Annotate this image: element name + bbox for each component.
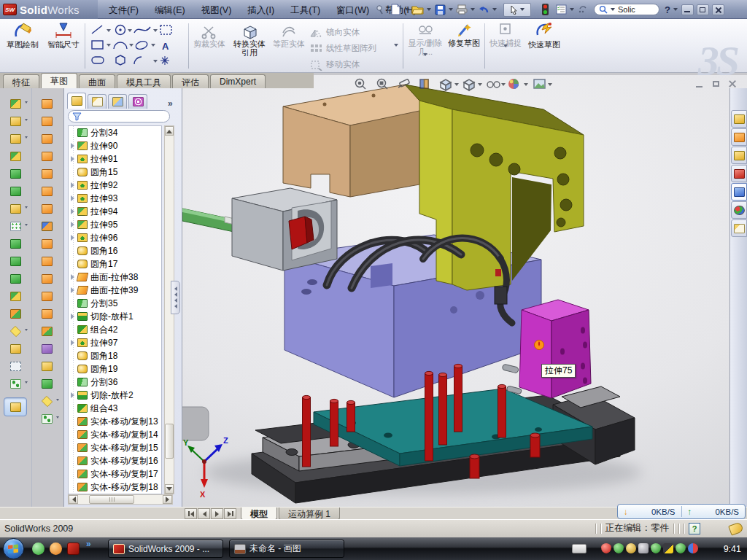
- zoom-area-icon[interactable]: [378, 79, 388, 90]
- menu-item-3[interactable]: 插入(I): [239, 3, 282, 16]
- messenger-quicklaunch-icon[interactable]: [32, 542, 44, 555]
- signal-tray-icon[interactable]: [651, 543, 661, 553]
- tree-item[interactable]: 分割35: [69, 297, 161, 310]
- boundary-surface-icon[interactable]: [37, 148, 56, 164]
- tree-item[interactable]: 切除-放样1: [69, 310, 161, 323]
- view-orientation-icon[interactable]: [441, 79, 451, 90]
- section-insert-block[interactable]: [232, 188, 337, 271]
- model-canvas[interactable]: Y Z X: [182, 75, 747, 507]
- sync-tray-icon[interactable]: [688, 543, 698, 553]
- tree-item[interactable]: 实体-移动/复制15: [69, 441, 161, 454]
- knit-surface-icon[interactable]: [37, 218, 56, 234]
- sketch-dropdown-icon[interactable]: [20, 46, 25, 61]
- extend-surface-icon[interactable]: [37, 288, 56, 304]
- dropdown-arrow-icon[interactable]: [25, 381, 28, 385]
- tree-item[interactable]: 拉伸96: [69, 231, 161, 244]
- combine-tool-icon[interactable]: [6, 288, 25, 304]
- dropdown-arrow-icon[interactable]: [56, 399, 59, 402]
- tree-item[interactable]: 拉伸93: [69, 192, 161, 205]
- quicklaunch-overflow-chevron[interactable]: »: [86, 539, 91, 549]
- expander-icon[interactable]: [69, 182, 77, 189]
- panel-overflow-chevron[interactable]: »: [168, 98, 173, 109]
- tree-item[interactable]: 分割34: [69, 126, 161, 139]
- help-dropdown-icon[interactable]: [673, 8, 678, 13]
- zoom-to-selection-icon[interactable]: [398, 79, 410, 88]
- fillet-tool-icon[interactable]: [6, 131, 25, 147]
- lofted-boss-icon[interactable]: [6, 166, 25, 182]
- custom-properties-tab[interactable]: [731, 219, 747, 237]
- planar-surface-icon[interactable]: [37, 201, 56, 217]
- network-warning-tray-icon[interactable]: [663, 543, 673, 553]
- tree-item[interactable]: 圆角17: [69, 257, 161, 271]
- solidworks-resources-tab[interactable]: [731, 110, 747, 128]
- tags-icon[interactable]: [728, 521, 744, 535]
- scroll-left-icon[interactable]: [69, 495, 78, 504]
- doc-tab-0[interactable]: 模型: [241, 508, 277, 520]
- tree-horizontal-scrollbar[interactable]: [68, 494, 173, 505]
- tree-item[interactable]: 圆角18: [69, 349, 161, 362]
- swept-surface-icon[interactable]: [37, 96, 56, 112]
- doc-minimize-icon[interactable]: [693, 79, 705, 89]
- expander-icon[interactable]: [69, 287, 77, 294]
- trim-surface-icon[interactable]: [37, 323, 56, 339]
- undo-icon[interactable]: [476, 3, 492, 17]
- minimize-button[interactable]: [681, 4, 694, 15]
- tree-item[interactable]: 实体-移动/复制17: [69, 467, 161, 481]
- thicken-icon[interactable]: [37, 236, 56, 252]
- revolved-surface-icon[interactable]: [37, 113, 56, 129]
- plane-tool-icon[interactable]: [6, 341, 25, 357]
- taskbar-task-0[interactable]: SolidWorks 2009 - ...: [108, 540, 223, 558]
- swept-boss-icon[interactable]: [6, 148, 25, 164]
- rapid-sketch-button[interactable]: 快速草图: [527, 22, 562, 49]
- tree-item[interactable]: 圆角15: [69, 166, 161, 179]
- tree-item[interactable]: 实体-移动/复制14: [69, 428, 161, 441]
- delete-face-icon[interactable]: [37, 271, 56, 287]
- tree-item[interactable]: 实体-移动/复制16: [69, 454, 161, 467]
- spline-surface-icon[interactable]: [37, 411, 56, 427]
- fillet-surface-icon[interactable]: [37, 358, 56, 374]
- scroll-right-icon[interactable]: [163, 495, 172, 504]
- tree-item[interactable]: 拉伸92: [69, 179, 161, 192]
- expander-icon[interactable]: [69, 392, 77, 399]
- solidworks-search-tab[interactable]: [731, 165, 747, 182]
- print-dropdown-icon[interactable]: [471, 8, 475, 13]
- search-input[interactable]: Solic: [594, 4, 659, 15]
- smart-dimension-dropdown-icon[interactable]: [61, 46, 66, 61]
- expander-icon[interactable]: [69, 208, 77, 215]
- zoom-fit-icon[interactable]: [356, 79, 366, 90]
- expander-icon[interactable]: [69, 221, 77, 228]
- display-style-icon[interactable]: [464, 79, 474, 90]
- extruded-cut-icon[interactable]: [6, 113, 25, 129]
- ribbon-tab-5[interactable]: DimXpert: [210, 74, 266, 88]
- section-view-icon[interactable]: [420, 79, 428, 88]
- smart-dimension-button[interactable]: 智能尺寸: [44, 22, 83, 59]
- tree-item[interactable]: 实体-移动/复制13: [69, 415, 161, 428]
- tree-item[interactable]: 实体-移动/复制18: [69, 481, 161, 494]
- bend-surface-icon[interactable]: [37, 253, 56, 269]
- doc-close-icon[interactable]: [727, 79, 738, 89]
- undo-dropdown-icon[interactable]: [492, 8, 497, 13]
- convert-entities-button[interactable]: 转换实体引用: [231, 25, 268, 57]
- rebuild-icon[interactable]: [537, 3, 553, 17]
- previous-tab-icon[interactable]: [198, 508, 210, 519]
- dropdown-arrow-icon[interactable]: [25, 206, 28, 210]
- scene-icon[interactable]: [534, 79, 545, 88]
- menu-item-4[interactable]: 工具(T): [282, 3, 328, 16]
- menu-item-2[interactable]: 视图(V): [193, 3, 240, 16]
- antivirus-tray-icon[interactable]: [601, 543, 611, 553]
- dropdown-arrow-icon[interactable]: [25, 101, 28, 105]
- tree-item[interactable]: 圆角16: [69, 244, 161, 257]
- tree-item[interactable]: 拉伸95: [69, 218, 161, 231]
- tree-item[interactable]: 拉伸90: [69, 139, 161, 152]
- ribbon-tab-2[interactable]: 曲面: [79, 74, 115, 88]
- select-tool-button[interactable]: [503, 3, 531, 17]
- featuremanager-tree-tab[interactable]: [67, 93, 86, 109]
- tree-item[interactable]: 拉伸94: [69, 205, 161, 218]
- restore-button[interactable]: [697, 4, 709, 15]
- tree-item[interactable]: 曲面-拉伸39: [69, 284, 161, 297]
- extrude75-block[interactable]: [519, 300, 591, 398]
- draft-tool-icon[interactable]: [6, 183, 25, 199]
- ref-geometry-surface-icon[interactable]: [37, 393, 56, 409]
- expander-icon[interactable]: [69, 155, 77, 163]
- rib-tool-icon[interactable]: [6, 236, 25, 252]
